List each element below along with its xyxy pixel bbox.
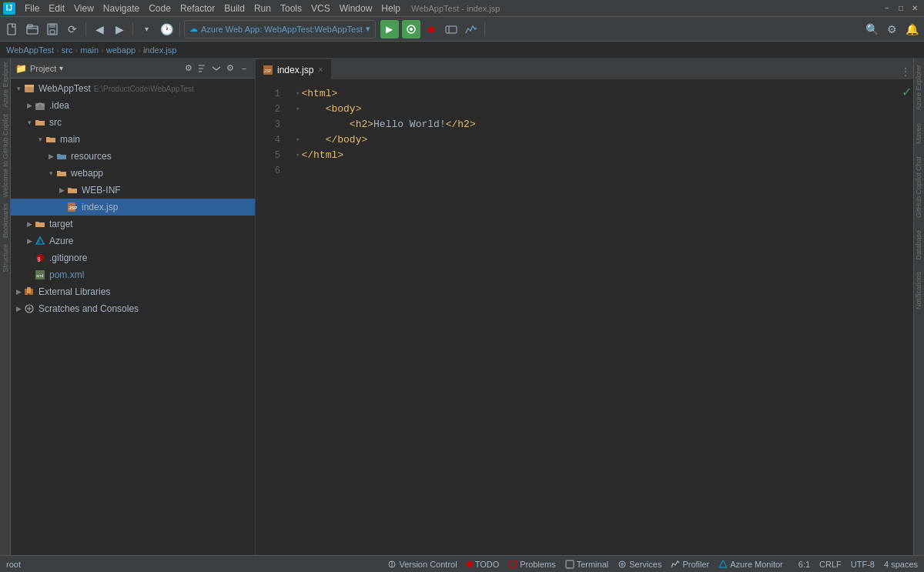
status-profiler[interactable]: Profiler <box>671 560 709 569</box>
status-services[interactable]: Services <box>618 560 661 569</box>
tab-bar: JSP index.jsp × ⋮ <box>256 59 913 80</box>
run-config-selector[interactable]: ☁ Azure Web App: WebAppTest:WebAppTest ▾ <box>184 20 376 38</box>
tree-item-webapp[interactable]: ▾ webapp <box>11 165 255 182</box>
menu-window[interactable]: Window <box>335 2 377 15</box>
welcome-copilot-side-btn[interactable]: Welcome to GitHub Copilot <box>1 111 10 200</box>
tree-icon-indexjsp: JSP <box>66 201 79 213</box>
fold-arrow-4[interactable]: ▾ <box>296 132 300 148</box>
notifications-right-btn[interactable]: Notifications <box>914 266 924 316</box>
panel-expand-icon[interactable] <box>210 62 223 75</box>
menu-file[interactable]: File <box>20 2 44 15</box>
status-position[interactable]: 6:1 <box>798 560 810 569</box>
breadcrumb-src[interactable]: src <box>62 45 73 55</box>
panel-settings-icon[interactable]: ⚙ <box>182 62 195 75</box>
menu-help[interactable]: Help <box>377 2 405 15</box>
tree-label-webapp: webapp <box>71 168 103 179</box>
toolbar-new-file[interactable] <box>3 20 22 38</box>
tree-item-pomxml[interactable]: ▶ xml pom.xml <box>11 266 255 283</box>
fold-arrow-1[interactable]: ▾ <box>296 86 300 102</box>
breadcrumb-main[interactable]: main <box>80 45 99 55</box>
menu-navigate[interactable]: Navigate <box>99 2 144 15</box>
status-line-ending[interactable]: CRLF <box>819 560 842 569</box>
project-panel-title: Project <box>30 64 56 73</box>
tree-item-main[interactable]: ▾ main <box>11 131 255 148</box>
menu-refactor[interactable]: Refactor <box>176 2 219 15</box>
tree-item-webinf[interactable]: ▶ WEB-INF <box>11 182 255 199</box>
status-terminal[interactable]: _ Terminal <box>565 560 609 569</box>
status-problems[interactable]: ! Problems <box>508 560 555 569</box>
tree-icon-azure: A <box>34 235 46 247</box>
toolbar-save[interactable] <box>43 20 62 38</box>
toolbar-forward[interactable]: ▶ <box>110 20 129 38</box>
toolbar-dropdown-arrow[interactable]: ▾ <box>137 20 156 38</box>
menu-edit[interactable]: Edit <box>44 2 69 15</box>
app-icon: IJ <box>3 2 15 15</box>
debug-button[interactable] <box>402 20 420 38</box>
tree-item-target[interactable]: ▶ target <box>11 216 255 232</box>
tree-item-idea[interactable]: ▶ .idea <box>11 97 255 114</box>
panel-sort-icon[interactable] <box>196 62 209 75</box>
status-encoding[interactable]: UTF-8 <box>851 560 875 569</box>
tree-label-indexjsp: index.jsp <box>82 202 118 212</box>
toolbar-back2[interactable]: 🕐 <box>157 20 176 38</box>
toolbar-sync[interactable]: ⟳ <box>63 20 82 38</box>
tree-item-extlibs[interactable]: ▶ External Libraries <box>11 283 255 300</box>
panel-close-icon[interactable]: − <box>238 62 250 75</box>
status-vcs[interactable]: Version Control <box>387 560 457 569</box>
tree-item-resources[interactable]: ▶ resources <box>11 148 255 165</box>
tab-menu-button[interactable]: ⋮ <box>898 64 913 79</box>
structure-side-btn[interactable]: Structure <box>1 241 10 276</box>
menu-view[interactable]: View <box>69 2 99 15</box>
tab-indexjsp[interactable]: JSP index.jsp × <box>256 59 331 79</box>
toolbar-search[interactable]: 🔍 <box>862 20 881 38</box>
run-button[interactable]: ▶ <box>380 20 399 38</box>
fold-arrow-5[interactable]: ▾ <box>296 148 300 163</box>
stop-button[interactable]: ■ <box>422 20 440 38</box>
menu-vcs[interactable]: VCS <box>306 2 335 15</box>
vcs-icon <box>387 560 397 569</box>
breadcrumb-project[interactable]: WebAppTest <box>6 45 54 55</box>
code-content[interactable]: ▾ <html> ▾ <body> ▾ <h2>Hello World!</h2… <box>286 80 913 555</box>
toolbar-back[interactable]: ◀ <box>90 20 109 38</box>
coverage-button[interactable] <box>442 20 460 38</box>
maven-right-btn[interactable]: Maven <box>914 117 924 150</box>
maximize-button[interactable]: □ <box>895 2 907 15</box>
menu-run[interactable]: Run <box>249 2 276 15</box>
panel-gear-icon[interactable]: ⚙ <box>224 62 236 75</box>
breadcrumb-file[interactable]: index.jsp <box>143 45 176 55</box>
project-panel-dropdown[interactable]: ▾ <box>59 64 63 72</box>
code-text-4: </body> <box>301 132 367 148</box>
tree-item-scratches[interactable]: ▶ Scratches and Consoles <box>11 300 255 317</box>
close-button[interactable]: ✕ <box>909 2 921 15</box>
copilot-chat-right-btn[interactable]: GitHub Copilot Chat <box>914 150 924 224</box>
toolbar-settings[interactable]: ⚙ <box>882 20 901 38</box>
bookmarks-side-btn[interactable]: Bookmarks <box>1 200 10 241</box>
fold-arrow-2[interactable]: ▾ <box>296 102 300 117</box>
minimize-button[interactable]: − <box>881 2 893 15</box>
tree-item-src[interactable]: ▾ src <box>11 114 255 131</box>
profile-button[interactable] <box>462 20 480 38</box>
menu-tools[interactable]: Tools <box>276 2 306 15</box>
azure-explorer-right-btn[interactable]: Azure Explorer <box>914 59 924 117</box>
tree-item-webapptest[interactable]: ▾ WebAppTest E:\ProductCode\WebAppTest <box>11 80 255 97</box>
tree-icon-scratches <box>23 303 35 315</box>
azure-explorer-side-btn[interactable]: Azure Explorer <box>1 59 10 111</box>
tab-close-indexjsp[interactable]: × <box>318 65 323 74</box>
status-indent[interactable]: 4 spaces <box>884 560 918 569</box>
tree-item-azure[interactable]: ▶ A Azure <box>11 232 255 249</box>
status-root[interactable]: root <box>6 560 21 569</box>
toolbar-open[interactable] <box>23 20 42 38</box>
menu-code[interactable]: Code <box>144 2 176 15</box>
tree-icon-target <box>34 218 46 230</box>
code-editor[interactable]: 1 2 3 4 5 6 ▾ <html> ▾ <body> ▾ <box>256 80 913 555</box>
status-azure-monitor[interactable]: Azure Monitor <box>718 560 782 569</box>
tree-item-indexjsp[interactable]: JSP index.jsp ➜ <box>11 199 255 216</box>
database-right-btn[interactable]: Database <box>914 224 924 266</box>
menu-build[interactable]: Build <box>219 2 249 15</box>
window-title-text: WebAppTest - index.jsp <box>411 4 500 13</box>
gutter-checkmark: ✓ <box>902 85 912 99</box>
status-todo[interactable]: TODO <box>467 560 500 569</box>
tree-item-gitignore[interactable]: ▶ g .gitignore <box>11 249 255 266</box>
toolbar-notifications[interactable]: 🔔 <box>902 20 921 38</box>
breadcrumb-webapp[interactable]: webapp <box>106 45 136 55</box>
